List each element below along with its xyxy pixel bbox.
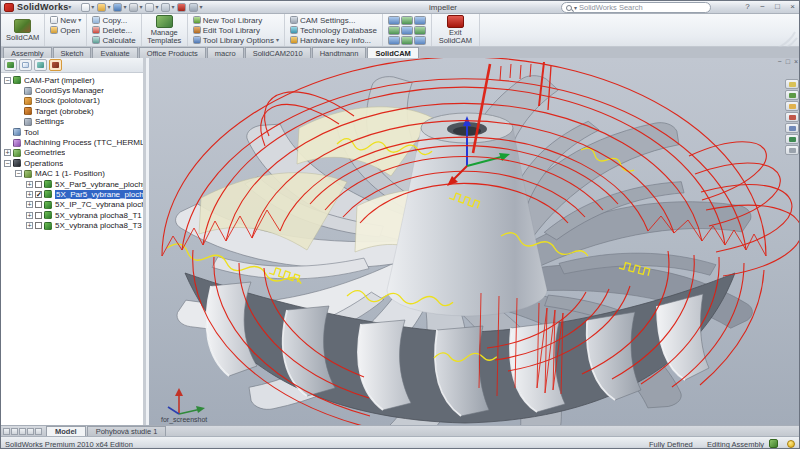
tree-item-machining-process[interactable]: Machining Process (TTC_HERMLEC20) — [1, 137, 143, 147]
tree-item-operation-2-selected[interactable]: +✓5X_Par5_vybrane_plochy12_T1_1 (2) — [1, 189, 143, 199]
tab-motion-study[interactable]: Pohybová studie 1 — [87, 426, 167, 436]
machine-sim-icon[interactable] — [388, 16, 400, 25]
tree-item-coordsys-manager[interactable]: CoordSys Manager — [1, 85, 143, 95]
machine-sim-icon[interactable] — [414, 16, 426, 25]
expand-icon[interactable]: + — [4, 149, 11, 156]
tab-sketch[interactable]: Sketch — [53, 47, 92, 58]
undo-button[interactable]: ▾ — [145, 3, 158, 12]
tree-item-stock[interactable]: Stock (polotovar1) — [1, 96, 143, 106]
configurationmanager-tab[interactable] — [34, 59, 47, 71]
machine-sim-icon[interactable] — [388, 36, 400, 45]
caret-icon[interactable]: ▾ — [91, 4, 94, 10]
print-button[interactable]: ▾ — [129, 3, 142, 12]
sidebar-tool-button[interactable] — [785, 123, 799, 133]
graphics-viewport[interactable]: − □ × — [149, 58, 800, 425]
sidebar-tool-button[interactable] — [785, 101, 799, 111]
tab-scroll-button[interactable] — [11, 428, 18, 435]
ribbon-edit-tool-library-button[interactable]: Edit Tool Library — [193, 25, 279, 35]
collapse-icon[interactable]: − — [15, 170, 22, 177]
machine-sim-icon[interactable] — [401, 26, 413, 35]
open-button[interactable]: ▾ — [97, 3, 110, 12]
ribbon-new-tool-library-button[interactable]: New Tool Library — [193, 15, 279, 25]
expand-icon[interactable]: + — [26, 201, 33, 208]
machine-sim-icon[interactable] — [401, 36, 413, 45]
minimize-button[interactable]: − — [757, 2, 768, 12]
ribbon-open-button[interactable]: Open — [50, 25, 81, 35]
menu-expand-icon[interactable]: ▾ — [68, 4, 71, 10]
collapse-icon[interactable]: − — [4, 160, 11, 167]
new-button[interactable]: ▾ — [81, 3, 94, 12]
ribbon-copy-button[interactable]: Copy... — [92, 15, 135, 25]
machine-sim-icon[interactable] — [388, 26, 400, 35]
tab-evaluate[interactable]: Evaluate — [92, 47, 137, 58]
expand-icon[interactable]: + — [26, 212, 33, 219]
tree-item-operation-3[interactable]: +5X_IP_7C_vybraná plocha2_T1 (3) — [1, 200, 143, 210]
tree-item-operations[interactable]: −Operations — [1, 158, 143, 168]
tree-item-operation-4[interactable]: +5X_vybraná plocha8_T1 (4) — [1, 210, 143, 220]
caret-icon[interactable]: ▾ — [199, 4, 202, 10]
ribbon-hardware-key-button[interactable]: Hardware key info... — [290, 35, 377, 45]
ribbon-cam-settings-button[interactable]: CAM Settings... — [290, 15, 377, 25]
help-button[interactable]: ? — [742, 2, 753, 12]
machine-sim-icon[interactable] — [401, 16, 413, 25]
collapse-icon[interactable]: − — [4, 77, 11, 84]
tab-scroll-button[interactable] — [3, 428, 10, 435]
propertymanager-tab[interactable] — [19, 59, 32, 71]
ribbon-tool-library-options-button[interactable]: Tool Library Options▾ — [193, 35, 279, 45]
save-button[interactable]: ▾ — [113, 3, 126, 12]
tab-macro[interactable]: macro — [207, 47, 244, 58]
search-scope-caret-icon[interactable]: ▾ — [574, 5, 577, 11]
doc-close-button[interactable]: × — [794, 58, 798, 65]
tab-scroll-button[interactable] — [35, 428, 42, 435]
ribbon-manage-templates-button[interactable]: Manage Templates — [142, 14, 188, 46]
tree-item-geometries[interactable]: +Geometries — [1, 148, 143, 158]
tab-assembly[interactable]: Assembly — [3, 47, 52, 58]
tab-model[interactable]: Model — [46, 426, 86, 436]
options-button[interactable]: ▾ — [189, 3, 202, 12]
expand-icon[interactable]: + — [26, 181, 33, 188]
tab-solidcam2010[interactable]: SolidCAM2010 — [245, 47, 311, 58]
operation-checkbox-unchecked[interactable] — [35, 201, 42, 208]
sidebar-tool-button[interactable] — [785, 79, 799, 89]
doc-maximize-button[interactable]: □ — [786, 58, 790, 65]
rebuild-button[interactable] — [177, 3, 186, 12]
close-button[interactable]: × — [787, 2, 798, 12]
ribbon-delete-button[interactable]: Delete... — [92, 25, 135, 35]
expand-icon[interactable]: + — [26, 191, 33, 198]
tree-item-mac1[interactable]: −MAC 1 (1- Position) — [1, 169, 143, 179]
tree-item-settings[interactable]: Settings — [1, 117, 143, 127]
tab-solidcam[interactable]: SolidCAM — [367, 47, 418, 58]
tree-item-tool[interactable]: Tool — [1, 127, 143, 137]
caret-icon[interactable]: ▾ — [155, 4, 158, 10]
solidworks-search-box[interactable]: ▾ SolidWorks Search — [561, 2, 711, 13]
sidebar-tool-button[interactable] — [785, 112, 799, 122]
caret-icon[interactable]: ▾ — [123, 4, 126, 10]
tree-item-cam-part[interactable]: −CAM-Part (impeller) — [1, 75, 143, 85]
operation-checkbox-unchecked[interactable] — [35, 181, 42, 188]
operation-checkbox-unchecked[interactable] — [35, 212, 42, 219]
caret-icon[interactable]: ▾ — [276, 37, 279, 43]
sidebar-tool-button[interactable] — [785, 134, 799, 144]
maximize-button[interactable]: □ — [772, 2, 783, 12]
sidebar-tool-button[interactable] — [785, 90, 799, 100]
featuremanager-tab[interactable] — [4, 59, 17, 71]
machine-sim-icon[interactable] — [414, 36, 426, 45]
quick-tips-icon[interactable] — [787, 440, 795, 448]
tab-scroll-button[interactable] — [19, 428, 26, 435]
machine-sim-icon[interactable] — [414, 26, 426, 35]
tab-handtmann[interactable]: Handtmann — [312, 47, 367, 58]
caret-icon[interactable]: ▾ — [107, 4, 110, 10]
tree-item-operation-5[interactable]: +5X_vybraná plocha8_T3 (5) — [1, 220, 143, 230]
tab-office-products[interactable]: Office Products — [139, 47, 206, 58]
caret-icon[interactable]: ▾ — [171, 4, 174, 10]
tree-item-operation-1[interactable]: +5X_Par5_vybrane_plochy12_T1 (1) — [1, 179, 143, 189]
ribbon-exit-solidcam-button[interactable]: Exit SolidCAM — [432, 14, 480, 46]
ribbon-technology-database-button[interactable]: Technology Database — [290, 25, 377, 35]
tree-item-target[interactable]: Target (obrobek) — [1, 106, 143, 116]
solidcam-main-button[interactable]: SolidCAM — [1, 14, 45, 46]
operation-checkbox-checked[interactable]: ✓ — [35, 191, 42, 198]
caret-icon[interactable]: ▾ — [139, 4, 142, 10]
select-button[interactable]: ▾ — [161, 3, 174, 12]
solidcam-manager-tab[interactable] — [49, 59, 62, 71]
doc-minimize-button[interactable]: − — [778, 58, 782, 65]
